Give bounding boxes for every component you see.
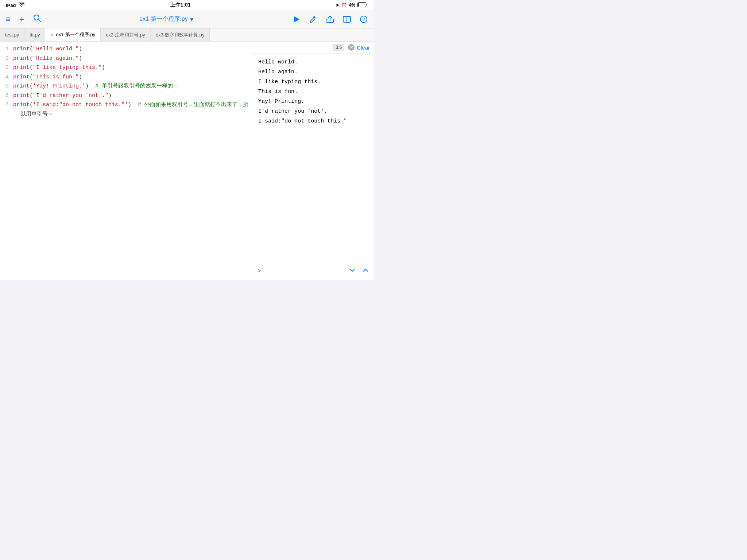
scroll-up-button[interactable] bbox=[362, 267, 369, 276]
svg-text:?: ? bbox=[362, 17, 365, 22]
svg-point-6 bbox=[314, 17, 315, 18]
search-icon bbox=[33, 14, 41, 24]
code-line-7: print('I said:"do not touch this."') # 外… bbox=[13, 100, 248, 110]
output-line-5: Yay! Printing. bbox=[258, 97, 368, 106]
status-left: iPad bbox=[6, 2, 25, 8]
run-button[interactable] bbox=[291, 14, 302, 25]
add-file-button[interactable]: + bbox=[18, 13, 26, 26]
code-lines[interactable]: print("Hello world.") print("Hello again… bbox=[13, 44, 253, 277]
tab-ttt[interactable]: ttt.py bbox=[24, 28, 45, 41]
toolbar-left: ≡ + bbox=[4, 13, 43, 26]
add-icon: + bbox=[19, 14, 24, 24]
output-line-7: I said:"do not touch this." bbox=[258, 116, 368, 126]
svg-rect-1 bbox=[366, 4, 367, 6]
search-button[interactable] bbox=[32, 13, 43, 26]
scroll-down-button[interactable] bbox=[349, 267, 356, 276]
svg-rect-2 bbox=[358, 3, 359, 7]
code-line-2: print("Hello again.") bbox=[13, 54, 248, 63]
code-line-5: print('Yay! Printing.') # 单引号跟双引号的效果一样的～ bbox=[13, 82, 248, 91]
code-line-4: print("This is fun.") bbox=[13, 73, 248, 82]
tab-ex3-label: ex3-数字和数学计算.py bbox=[156, 32, 205, 38]
tab-ttt-label: ttt.py bbox=[30, 32, 40, 38]
tab-test-label: test.py bbox=[5, 32, 19, 38]
tab-ex1[interactable]: ✕ ex1-第一个程序.py bbox=[45, 28, 101, 42]
output-footer: > bbox=[253, 262, 374, 280]
output-line-2: Hello again. bbox=[258, 67, 368, 77]
help-button[interactable]: ? bbox=[358, 14, 369, 25]
ipad-label: iPad bbox=[6, 3, 16, 8]
tab-ex3[interactable]: ex3-数字和数学计算.py bbox=[151, 28, 210, 41]
code-line-cont: · 以用单引号～ bbox=[13, 110, 248, 119]
split-view-button[interactable] bbox=[341, 14, 352, 25]
status-right: ➤ ⏰ 4% bbox=[336, 2, 368, 8]
output-line-6: I'd rather you 'not'. bbox=[258, 106, 368, 116]
output-header: 3.5 ✕ Clear bbox=[253, 42, 374, 54]
line-numbers: 1 2 3 4 5 6 7 · bbox=[0, 44, 13, 277]
svg-rect-0 bbox=[358, 2, 366, 7]
output-line-1: Hello world. bbox=[258, 57, 368, 67]
toolbar: ≡ + ex1-第一个程序.py ▼ bbox=[0, 10, 374, 28]
output-content: Hello world. Hello again. I like typing … bbox=[253, 54, 374, 262]
main-container: 1 2 3 4 5 6 7 · print("Hello world.") pr… bbox=[0, 42, 374, 280]
output-line-3: I like typing this. bbox=[258, 77, 368, 87]
clear-x-icon: ✕ bbox=[348, 44, 355, 51]
chevron-down-icon[interactable]: ▼ bbox=[189, 16, 194, 22]
tab-ex1-label: ex1-第一个程序.py bbox=[56, 31, 95, 38]
tab-ex2[interactable]: ex2-注释和井号.py bbox=[101, 28, 151, 41]
tab-ex2-label: ex2-注释和井号.py bbox=[106, 32, 145, 38]
svg-marker-5 bbox=[294, 16, 299, 22]
battery-percent: 4% bbox=[349, 3, 355, 8]
toolbar-right: ? bbox=[291, 14, 369, 25]
svg-line-4 bbox=[38, 19, 40, 22]
wifi-icon bbox=[19, 2, 25, 8]
file-title: ex1-第一个程序.py bbox=[139, 15, 187, 23]
share-button[interactable] bbox=[325, 14, 336, 25]
battery-icon bbox=[357, 2, 368, 8]
code-line-1: print("Hello world.") bbox=[13, 44, 248, 54]
clear-label: Clear bbox=[357, 44, 370, 51]
wrench-button[interactable] bbox=[308, 14, 319, 25]
output-nav bbox=[349, 267, 369, 276]
location-icon: ➤ bbox=[336, 3, 339, 8]
menu-icon: ≡ bbox=[6, 15, 11, 24]
output-panel: 3.5 ✕ Clear Hello world. Hello again. I … bbox=[253, 42, 374, 280]
menu-button[interactable]: ≡ bbox=[4, 13, 12, 26]
editor-panel: 1 2 3 4 5 6 7 · print("Hello world.") pr… bbox=[0, 42, 253, 280]
tabs-bar: test.py ttt.py ✕ ex1-第一个程序.py ex2-注释和井号.… bbox=[0, 28, 374, 42]
code-area[interactable]: 1 2 3 4 5 6 7 · print("Hello world.") pr… bbox=[0, 42, 253, 280]
status-time: 上午1:01 bbox=[170, 2, 191, 8]
alarm-icon: ⏰ bbox=[341, 3, 347, 8]
cont-dot: · bbox=[13, 110, 20, 119]
code-line-3: print("I like typing this.") bbox=[13, 63, 248, 73]
output-line-4: This is fun. bbox=[258, 87, 368, 97]
clear-button[interactable]: ✕ Clear bbox=[348, 44, 370, 51]
toolbar-center: ex1-第一个程序.py ▼ bbox=[139, 15, 194, 23]
tab-test[interactable]: test.py bbox=[0, 28, 24, 41]
status-bar: iPad 上午1:01 ➤ ⏰ 4% bbox=[0, 0, 374, 10]
code-line-6: print("I'd rather you 'not'.") bbox=[13, 91, 248, 101]
output-prompt: > bbox=[258, 268, 261, 275]
tab-ex1-close-icon[interactable]: ✕ bbox=[50, 32, 54, 37]
version-badge: 3.5 bbox=[333, 44, 344, 51]
